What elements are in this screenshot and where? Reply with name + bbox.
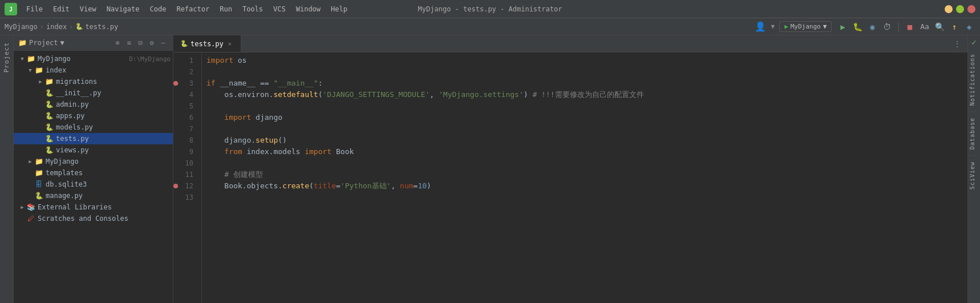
tree-scratches[interactable]: 🖊 Scratches and Consoles <box>14 213 173 224</box>
migrations-folder-icon: 📁 <box>44 77 54 86</box>
tree-index-folder[interactable]: ▼ 📁 index <box>14 64 173 76</box>
run-config-label: MyDjango <box>791 23 821 30</box>
debug-button[interactable]: 🐛 <box>851 21 864 33</box>
search-button[interactable]: 🔍 <box>933 21 946 33</box>
coverage-button[interactable]: ◉ <box>866 21 878 33</box>
breakpoint-3 <box>173 81 178 86</box>
profile-button[interactable]: ⏱ <box>881 21 893 33</box>
editor-tabs-end: ⋮ <box>241 38 967 50</box>
status-check-icon[interactable]: ✓ <box>968 35 980 49</box>
tree-tests-py[interactable]: 🐍 tests.py <box>14 133 173 144</box>
code-editor[interactable]: 1 2 ▶ 3 4 5 6 7 8 9 10 11 12 13 <box>173 52 967 303</box>
expand-all-button[interactable]: ⊟ <box>135 38 145 48</box>
file-tree-panel: 📁 Project ▼ ⊕ ≡ ⊟ ⚙ — ▼ 📁 MyDjango D:\My… <box>14 35 173 303</box>
tree-mydjango-sub[interactable]: ▶ 📁 MyDjango <box>14 156 173 167</box>
breadcrumb-project[interactable]: MyDjango <box>5 23 38 31</box>
tree-external-libs[interactable]: ▶ 📚 External Libraries <box>14 201 173 213</box>
tree-db-sqlite3[interactable]: 🗄 db.sqlite3 <box>14 179 173 190</box>
code-line-4: os.environ.setdefault('DJANGO_SETTINGS_M… <box>206 89 963 100</box>
templates-label: templates <box>46 169 171 177</box>
apps-py-label: apps.py <box>56 112 171 120</box>
menu-view[interactable]: View <box>75 3 101 15</box>
project-header-dropdown: ▼ <box>60 39 64 47</box>
scratches-label: Scratches and Consoles <box>38 215 171 223</box>
menu-help[interactable]: Help <box>326 3 352 15</box>
tab-close-button[interactable]: ✕ <box>226 40 234 48</box>
window-controls: — □ ✕ <box>945 5 975 13</box>
app-logo: J <box>5 3 17 15</box>
tab-options-button[interactable]: ⋮ <box>951 38 963 50</box>
tree-manage-py[interactable]: 🐍 manage.py <box>14 190 173 201</box>
breakpoint-12 <box>173 184 178 188</box>
tree-views-py[interactable]: 🐍 views.py <box>14 144 173 156</box>
update-button[interactable]: ↑ <box>948 21 961 33</box>
file-tree-title[interactable]: 📁 Project ▼ <box>18 39 64 47</box>
tree-admin-py[interactable]: 🐍 admin.py <box>14 99 173 110</box>
notifications-panel-label[interactable]: Notifications <box>968 49 980 110</box>
sciview-panel-label[interactable]: SciView <box>968 157 980 194</box>
scratches-icon: 🖊 <box>26 214 35 223</box>
init-py-icon: 🐍 <box>44 88 54 98</box>
menu-navigate[interactable]: Navigate <box>102 3 144 15</box>
hide-panel-button[interactable]: — <box>158 38 168 48</box>
editor-area: 🐍 tests.py ✕ ⋮ 1 2 ▶ 3 4 5 6 7 <box>173 35 967 303</box>
manage-py-label: manage.py <box>46 192 171 200</box>
run-config-dropdown[interactable]: ▶ MyDjango ▼ <box>779 21 832 32</box>
menu-code[interactable]: Code <box>145 3 171 15</box>
ext-libs-icon: 📚 <box>26 203 35 212</box>
menu-file[interactable]: File <box>22 3 47 15</box>
minimize-button[interactable]: — <box>945 5 953 13</box>
breadcrumb: MyDjango › index › 🐍 tests.py <box>5 23 118 31</box>
nav-bar-right: 👤 ▼ ▶ MyDjango ▼ ▶ 🐛 ◉ ⏱ | ■ Aa 🔍 ↑ ◈ <box>754 21 976 33</box>
code-line-9: from index.models import Book <box>206 146 963 157</box>
tree-root[interactable]: ▼ 📁 MyDjango D:\MyDjango <box>14 53 173 64</box>
line-num-10: 10 <box>173 157 197 169</box>
maximize-button[interactable]: □ <box>956 5 964 13</box>
title-bar: J File Edit View Navigate Code Refactor … <box>0 0 980 18</box>
code-content[interactable]: import os if __name__ == "__main__": os.… <box>202 52 967 303</box>
menu-refactor[interactable]: Refactor <box>172 3 214 15</box>
mydjango-sub-icon: 📁 <box>34 157 43 166</box>
side-label: Project <box>0 35 14 303</box>
separator-notifications <box>970 111 978 112</box>
close-button[interactable]: ✕ <box>967 5 975 13</box>
line-num-12: 12 <box>173 180 197 192</box>
breadcrumb-file[interactable]: tests.py <box>85 23 118 31</box>
breadcrumb-index[interactable]: index <box>46 23 67 31</box>
tree-migrations[interactable]: ▶ 📁 migrations <box>14 76 173 87</box>
mydjango-sub-arrow: ▶ <box>26 159 34 164</box>
locate-file-button[interactable]: ⊕ <box>112 38 123 48</box>
code-line-7 <box>206 123 963 135</box>
menu-edit[interactable]: Edit <box>48 3 74 15</box>
user-icon[interactable]: 👤 <box>754 21 767 33</box>
tree-apps-py[interactable]: 🐍 apps.py <box>14 110 173 122</box>
stop-button[interactable]: ■ <box>904 21 916 33</box>
tab-tests-py[interactable]: 🐍 tests.py ✕ <box>173 35 241 52</box>
project-label[interactable]: Project <box>2 40 11 75</box>
code-line-1: import os <box>206 55 963 66</box>
tree-init-py[interactable]: 🐍 __init__.py <box>14 87 173 99</box>
views-py-label: views.py <box>56 146 171 154</box>
menu-window[interactable]: Window <box>291 3 325 15</box>
menu-vcs[interactable]: VCS <box>269 3 290 15</box>
line-num-6: 6 <box>173 112 197 123</box>
manage-py-icon: 🐍 <box>34 191 43 200</box>
tree-models-py[interactable]: 🐍 models.py <box>14 122 173 133</box>
run-button[interactable]: ▶ <box>836 21 849 33</box>
code-line-12: Book.objects.create(title='Python基础', nu… <box>206 180 963 192</box>
menu-tools[interactable]: Tools <box>238 3 268 15</box>
collapse-all-button[interactable]: ≡ <box>124 38 134 48</box>
tab-label: tests.py <box>191 40 224 48</box>
run-config-icon: ▶ <box>784 23 788 30</box>
tests-py-icon: 🐍 <box>44 134 54 143</box>
translate-icon[interactable]: Aa <box>918 21 931 33</box>
database-panel-label[interactable]: Database <box>968 113 980 154</box>
apps-py-icon: 🐍 <box>44 111 54 120</box>
tree-templates[interactable]: 📁 templates <box>14 167 173 179</box>
menu-run[interactable]: Run <box>215 3 237 15</box>
models-py-icon: 🐍 <box>44 123 54 132</box>
ext-libs-arrow: ▶ <box>18 204 26 210</box>
settings-button[interactable]: ⚙ <box>147 38 157 48</box>
index-folder-icon: 📁 <box>34 66 43 75</box>
browser-icon[interactable]: ◈ <box>963 21 975 33</box>
